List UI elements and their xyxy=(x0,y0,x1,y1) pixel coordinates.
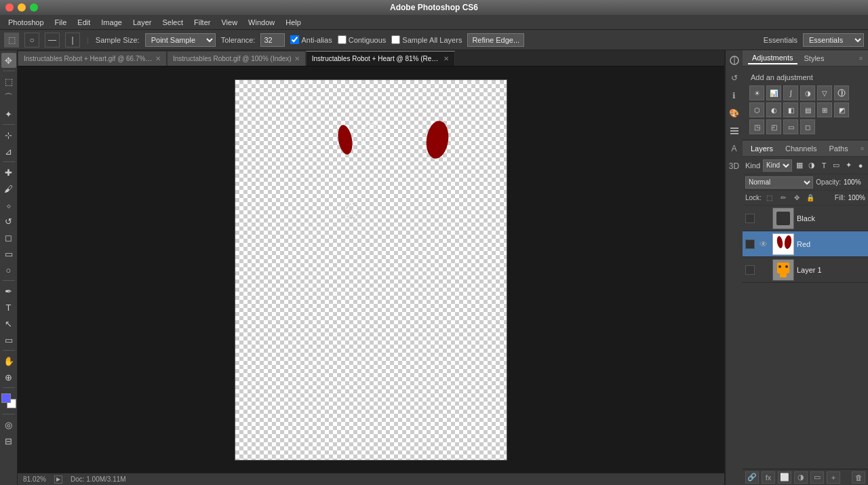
curves-icon[interactable]: ∫ xyxy=(783,85,798,100)
shape-tool-btn[interactable]: ▭ xyxy=(1,332,16,347)
sample-size-select[interactable]: Point Sample 3 by 3 Average 5 by 5 Avera… xyxy=(145,33,216,47)
lock-position-btn[interactable]: ✥ xyxy=(791,193,802,203)
history-icon[interactable]: ↺ xyxy=(727,71,742,85)
delete-layer-btn[interactable]: 🗑 xyxy=(852,471,865,484)
crop-tool-btn[interactable]: ⊹ xyxy=(1,128,16,142)
layers-icon[interactable] xyxy=(727,123,742,138)
marquee-tool-btn[interactable]: ⬚ xyxy=(1,74,16,89)
gradient-map-icon[interactable]: ▭ xyxy=(783,119,798,134)
tab-2[interactable]: Instructables Robot + Heart @ 81% (Red, … xyxy=(306,51,455,66)
color-lookup-icon[interactable]: ⊞ xyxy=(817,102,832,117)
tab-2-close[interactable]: ✕ xyxy=(443,55,449,62)
selective-color-icon[interactable]: ◻ xyxy=(800,119,815,134)
canvas[interactable] xyxy=(235,79,507,461)
refine-edge-button[interactable]: Refine Edge... xyxy=(467,33,524,47)
menu-layer[interactable]: Layer xyxy=(127,17,157,28)
gradient-tool-btn[interactable]: ▭ xyxy=(1,246,16,261)
channel-mixer-icon[interactable]: ▤ xyxy=(800,102,815,117)
zoom-tool-btn[interactable]: ⊕ xyxy=(1,370,16,385)
menu-select[interactable]: Select xyxy=(157,17,189,28)
layer-1-checkbox[interactable] xyxy=(745,265,755,275)
brightness-contrast-icon[interactable]: ☀ xyxy=(749,85,764,100)
text-tool-btn[interactable]: T xyxy=(1,300,16,315)
magic-wand-tool-btn[interactable]: ✦ xyxy=(1,106,16,121)
anti-alias-checkbox[interactable] xyxy=(290,35,299,44)
move-tool-btn[interactable]: ✥ xyxy=(1,53,16,68)
3d-icon[interactable]: 3D xyxy=(727,159,742,174)
color-swatches[interactable] xyxy=(1,393,16,408)
layer-row-black[interactable]: 👁 Black xyxy=(743,206,868,231)
adjustments-icon[interactable] xyxy=(727,53,742,68)
sample-all-layers-checkbox-label[interactable]: Sample All Layers xyxy=(391,35,462,44)
tab-1-close[interactable]: ✕ xyxy=(294,55,300,62)
new-adjustment-layer-btn[interactable]: ◑ xyxy=(794,471,808,484)
eyedropper-tool-btn[interactable]: ⊿ xyxy=(1,144,16,159)
filter-pixel-btn[interactable]: ▦ xyxy=(795,159,804,172)
foreground-color-swatch[interactable] xyxy=(1,393,11,403)
layers-panel-expand[interactable]: ≡ xyxy=(861,145,864,152)
layer-1-visibility[interactable]: 👁 xyxy=(757,264,770,276)
filter-shape-btn[interactable]: ▭ xyxy=(831,159,841,172)
styles-tab[interactable]: Styles xyxy=(800,53,829,64)
filter-type-btn[interactable]: T xyxy=(819,159,829,172)
color-icon[interactable]: 🎨 xyxy=(727,106,742,121)
menu-help[interactable]: Help xyxy=(280,17,307,28)
sample-all-layers-checkbox[interactable] xyxy=(391,35,400,44)
history-brush-tool-btn[interactable]: ↺ xyxy=(1,214,16,229)
blend-mode-select[interactable]: Normal Multiply Screen xyxy=(745,176,813,189)
menu-file[interactable]: File xyxy=(50,17,73,28)
filter-adjustment-btn[interactable]: ◑ xyxy=(807,159,816,172)
elliptical-marquee-tool-btn[interactable]: ○ xyxy=(24,33,39,47)
layer-black-checkbox[interactable] xyxy=(745,214,755,223)
anti-alias-checkbox-label[interactable]: Anti-alias xyxy=(290,35,332,44)
eraser-tool-btn[interactable]: ◻ xyxy=(1,230,16,245)
lock-all-btn[interactable]: 🔒 xyxy=(805,193,816,203)
tolerance-input[interactable] xyxy=(260,33,285,47)
layer-row-red[interactable]: 👁 Red xyxy=(743,231,868,257)
layer-black-visibility[interactable]: 👁 xyxy=(757,212,770,225)
channels-tab[interactable]: Channels xyxy=(781,143,821,154)
lock-pixels-btn[interactable]: ✏ xyxy=(778,193,789,203)
healing-brush-tool-btn[interactable]: ✚ xyxy=(1,165,16,180)
maximize-button[interactable] xyxy=(30,3,38,12)
exposure-icon[interactable]: ◑ xyxy=(800,85,815,100)
path-select-tool-btn[interactable]: ↖ xyxy=(1,316,16,331)
paths-tab[interactable]: Paths xyxy=(825,143,852,154)
menu-filter[interactable]: Filter xyxy=(189,17,216,28)
dodge-tool-btn[interactable]: ○ xyxy=(1,263,16,277)
contiguous-checkbox-label[interactable]: Contiguous xyxy=(338,35,387,44)
menu-image[interactable]: Image xyxy=(96,17,127,28)
adjustments-tab[interactable]: Adjustments xyxy=(748,52,797,64)
photo-filter-icon[interactable]: ◧ xyxy=(783,102,798,117)
close-button[interactable] xyxy=(5,3,14,12)
layer-row-1[interactable]: 👁 Layer 1 xyxy=(743,257,868,283)
rectangular-marquee-tool-btn[interactable]: ⬚ xyxy=(4,33,19,47)
hue-sat-icon[interactable] xyxy=(834,85,849,100)
workspace-select[interactable]: Essentials xyxy=(803,33,864,47)
pen-tool-btn[interactable]: ✒ xyxy=(1,284,16,298)
posterize-icon[interactable]: ◳ xyxy=(749,119,764,134)
contiguous-checkbox[interactable] xyxy=(338,35,347,44)
info-icon[interactable]: ℹ xyxy=(727,88,742,103)
filter-smart-btn[interactable]: ✦ xyxy=(844,159,853,172)
single-col-marquee-btn[interactable]: | xyxy=(65,33,80,47)
screen-mode-btn[interactable]: ⊟ xyxy=(1,433,16,448)
hand-tool-btn[interactable]: ✋ xyxy=(1,353,16,368)
threshold-icon[interactable]: ◰ xyxy=(766,119,781,134)
menu-photoshop[interactable]: Photoshop xyxy=(3,17,50,28)
layer-red-visibility[interactable]: 👁 xyxy=(757,238,770,250)
menu-window[interactable]: Window xyxy=(243,17,280,28)
new-layer-btn[interactable]: + xyxy=(827,471,840,484)
lock-transparent-btn[interactable]: ⬚ xyxy=(764,193,775,203)
layer-effects-btn[interactable]: fx xyxy=(762,471,775,484)
layers-tab[interactable]: Layers xyxy=(747,143,777,154)
menu-edit[interactable]: Edit xyxy=(72,17,96,28)
character-icon[interactable]: A xyxy=(727,141,742,156)
levels-icon[interactable]: 📊 xyxy=(766,85,781,100)
tab-1[interactable]: Instructables Robot.gif @ 100% (Index) ✕ xyxy=(167,51,306,66)
panel-expand-btn[interactable]: ≡ xyxy=(859,55,863,62)
filter-toggle-btn[interactable]: ● xyxy=(856,159,865,172)
lasso-tool-btn[interactable]: ⌒ xyxy=(1,90,16,105)
single-row-marquee-btn[interactable]: — xyxy=(45,33,60,47)
brush-tool-btn[interactable]: 🖌 xyxy=(1,181,16,196)
